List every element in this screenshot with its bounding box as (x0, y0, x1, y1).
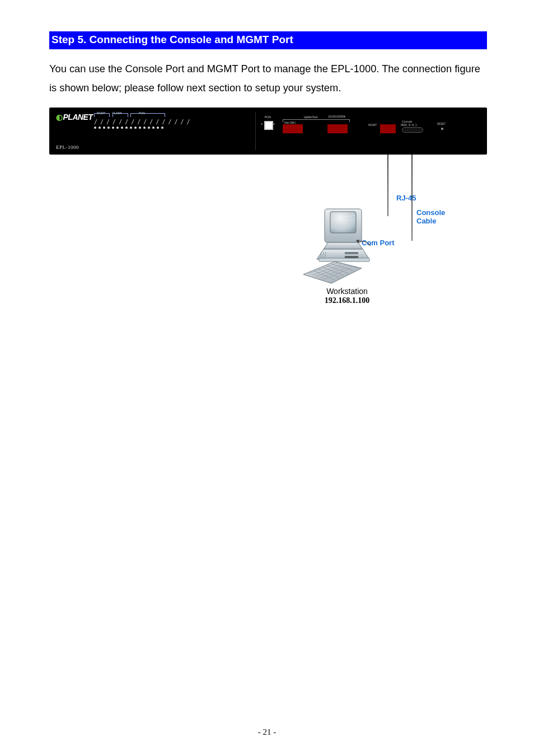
led-label-pon: PON (139, 111, 145, 115)
console-cable-label: Console Cable (416, 208, 445, 226)
uplink-port-label: Uplink Port (304, 115, 317, 119)
rj45-port-label: 10/100/1000Mb (328, 115, 345, 118)
connection-figure: ◐PLANET EPL-1000 MGMT FLASH PON / / / / … (49, 108, 487, 300)
led-indicator-row: / / / / / / / / / / / / / / / / (94, 119, 190, 125)
led-label-flash: FLASH (113, 111, 121, 115)
reset-button-icon (441, 128, 443, 130)
gbic-port (283, 124, 303, 133)
svg-rect-5 (345, 252, 358, 254)
console-port-settings: 9600, 8, N, 1 (401, 123, 417, 127)
console-port (402, 127, 423, 133)
connection-diagram: RJ-45 Console Cable Com Port (49, 155, 487, 300)
page-number: - 21 - (0, 727, 534, 737)
workstation-icon (301, 205, 391, 289)
brand-logo: ◐PLANET (56, 113, 93, 122)
reset-label: RESET (437, 123, 446, 125)
workstation-ip: 192.168.1.100 (325, 296, 370, 305)
pon-led-left (261, 123, 263, 125)
led-group-labels: MGMT FLASH PON (94, 113, 165, 117)
model-label: EPL-1000 (56, 144, 79, 150)
section-heading-bar: Step 5. Connecting the Console and MGMT … (49, 31, 487, 49)
panel-divider (255, 112, 256, 150)
svg-rect-1 (319, 258, 369, 262)
workstation-text: Workstation (326, 287, 368, 296)
logo-icon: ◐ (56, 113, 63, 122)
pon-port-label: PON (265, 115, 271, 119)
led-label-mgmt: MGMT (97, 111, 105, 115)
mgmt-port (380, 124, 396, 133)
pon-led-right (273, 123, 275, 125)
section-title: Step 5. Connecting the Console and MGMT … (51, 34, 293, 45)
led-dot-row (94, 127, 163, 129)
device-front-panel: ◐PLANET EPL-1000 MGMT FLASH PON / / / / … (49, 108, 487, 155)
workstation-caption: Workstation 192.168.1.100 (311, 287, 383, 305)
svg-rect-6 (345, 256, 358, 258)
brand-name: PLANET (63, 113, 93, 122)
body-paragraph: You can use the Console Port and MGMT Po… (49, 59, 487, 97)
rj45-port (327, 124, 348, 133)
svg-rect-0 (330, 212, 356, 233)
mgmt-port-label: MGMT (368, 123, 377, 127)
pon-port (264, 121, 273, 130)
rj45-cable-label: RJ-45 (396, 194, 416, 202)
